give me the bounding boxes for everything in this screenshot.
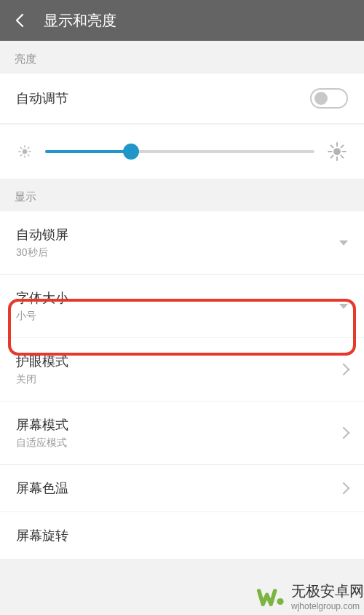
color-temp-label: 屏幕色温: [16, 479, 339, 497]
auto-adjust-toggle[interactable]: [310, 88, 348, 109]
brightness-high-icon: [328, 142, 347, 161]
font-size-value: 小号: [16, 310, 339, 323]
watermark-logo-icon: [256, 581, 288, 614]
brightness-slider[interactable]: [45, 150, 314, 153]
brightness-low-icon: [17, 144, 32, 159]
header: 显示和亮度: [0, 0, 364, 41]
watermark: 无极安卓网 wjhotelgroup.com: [253, 580, 364, 615]
auto-adjust-label: 自动调节: [16, 90, 310, 107]
auto-adjust-title: 自动调节: [16, 90, 310, 107]
chevron-right-icon: [338, 427, 350, 439]
chevron-right-icon: [338, 482, 350, 495]
svg-point-9: [333, 148, 341, 155]
auto-adjust-row[interactable]: 自动调节: [0, 74, 364, 124]
eye-care-row[interactable]: 护眼模式 关闭: [0, 338, 364, 401]
brightness-block: 自动调节: [0, 74, 364, 179]
svg-point-0: [23, 149, 28, 154]
color-temp-text: 屏幕色温: [16, 479, 339, 497]
font-size-label: 字体大小: [16, 289, 339, 307]
screen-mode-value: 自适应模式: [16, 436, 339, 450]
svg-line-14: [331, 146, 333, 148]
chevron-right-icon: [338, 364, 350, 376]
brightness-slider-row: [0, 124, 364, 179]
svg-line-8: [28, 147, 29, 149]
font-size-row[interactable]: 字体大小 小号: [0, 275, 364, 338]
dropdown-icon: [339, 240, 348, 246]
screen-mode-label: 屏幕模式: [16, 416, 339, 434]
auto-lock-label: 自动锁屏: [16, 226, 339, 243]
watermark-text: 无极安卓网 wjhotelgroup.com: [291, 584, 364, 611]
eye-care-value: 关闭: [16, 373, 339, 386]
brightness-slider-fill: [45, 150, 131, 153]
screen-rotation-row[interactable]: 屏幕旋转: [0, 512, 364, 559]
svg-line-6: [28, 154, 29, 156]
display-block: 自动锁屏 30秒后 字体大小 小号 护眼模式 关闭 屏幕模式 自适应模式 屏幕色…: [0, 211, 364, 559]
section-display-header: 显示: [0, 179, 364, 211]
watermark-url: wjhotelgroup.com: [291, 601, 364, 611]
auto-lock-value: 30秒后: [16, 246, 339, 259]
brightness-slider-thumb[interactable]: [123, 144, 139, 160]
eye-care-text: 护眼模式 关闭: [16, 353, 339, 386]
screen-rotation-text: 屏幕旋转: [16, 527, 348, 544]
eye-care-label: 护眼模式: [16, 353, 339, 370]
svg-line-16: [331, 155, 333, 157]
svg-line-5: [20, 147, 22, 149]
svg-line-17: [341, 146, 343, 148]
dropdown-icon: [339, 304, 348, 309]
font-size-text: 字体大小 小号: [16, 289, 339, 323]
svg-line-15: [341, 155, 343, 157]
page-title: 显示和亮度: [44, 11, 116, 31]
svg-point-18: [277, 598, 283, 605]
auto-lock-row[interactable]: 自动锁屏 30秒后: [0, 211, 364, 275]
color-temp-row[interactable]: 屏幕色温: [0, 465, 364, 512]
screen-mode-row[interactable]: 屏幕模式 自适应模式: [0, 401, 364, 465]
screen-mode-text: 屏幕模式 自适应模式: [16, 416, 339, 450]
svg-line-7: [20, 154, 22, 156]
back-icon[interactable]: [12, 12, 29, 29]
auto-lock-text: 自动锁屏 30秒后: [16, 226, 339, 259]
screen-rotation-label: 屏幕旋转: [16, 527, 348, 544]
watermark-cn: 无极安卓网: [291, 584, 364, 598]
section-brightness-header: 亮度: [0, 41, 364, 74]
